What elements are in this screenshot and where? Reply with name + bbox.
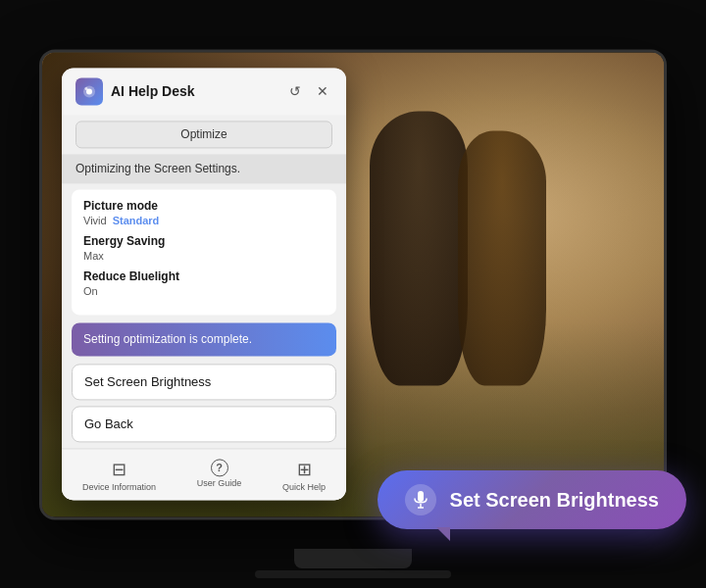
setting-label-picture: Picture mode xyxy=(83,199,325,213)
person-silhouette-right xyxy=(458,130,546,385)
status-bar: Optimizing the Screen Settings. xyxy=(62,154,346,183)
header-left: AI Help Desk xyxy=(76,77,195,105)
complete-banner: Setting optimization is complete. xyxy=(72,322,336,356)
setting-value-max: Max xyxy=(83,250,104,262)
setting-value-vivid: Vivid xyxy=(83,215,107,226)
setting-value-row-bluelight: On xyxy=(83,285,325,297)
setting-value-row-picture: Vivid Standard xyxy=(83,215,325,226)
go-back-button[interactable]: Go Back xyxy=(72,406,336,442)
voice-bubble: Set Screen Brightness xyxy=(378,470,686,529)
header-icons: ↺ ✕ xyxy=(285,81,332,101)
setting-value-standard: Standard xyxy=(113,215,160,226)
user-guide-icon: ? xyxy=(211,459,228,476)
ai-icon xyxy=(76,77,103,105)
optimize-button[interactable]: Optimize xyxy=(76,121,332,148)
tv-stand xyxy=(294,549,412,568)
setting-bluelight: Reduce Bluelight On xyxy=(83,270,325,297)
tv-frame: AI Help Desk ↺ ✕ Optimize Optimizing the… xyxy=(39,49,667,519)
svg-point-2 xyxy=(85,87,88,90)
footer-item-guide[interactable]: ? User Guide xyxy=(197,459,242,492)
set-brightness-button[interactable]: Set Screen Brightness xyxy=(72,364,336,400)
help-desk-panel: AI Help Desk ↺ ✕ Optimize Optimizing the… xyxy=(62,68,346,500)
setting-value-on: On xyxy=(83,285,98,297)
footer-item-help[interactable]: ⊞ Quick Help xyxy=(282,459,326,492)
svg-rect-3 xyxy=(418,491,424,502)
setting-value-row-energy: Max xyxy=(83,250,325,262)
panel-header: AI Help Desk ↺ ✕ xyxy=(62,68,346,115)
setting-energy-saving: Energy Saving Max xyxy=(83,234,325,262)
voice-bubble-text: Set Screen Brightness xyxy=(450,489,659,512)
panel-title: AI Help Desk xyxy=(111,83,195,99)
settings-box: Picture mode Vivid Standard Energy Savin… xyxy=(72,189,336,315)
footer-label-guide: User Guide xyxy=(197,478,242,488)
setting-label-energy: Energy Saving xyxy=(83,234,325,248)
setting-picture-mode: Picture mode Vivid Standard xyxy=(83,199,325,226)
footer-label-help: Quick Help xyxy=(282,482,326,492)
device-info-icon: ⊟ xyxy=(112,459,126,480)
person-silhouette-left xyxy=(370,111,468,385)
tv-stand-base xyxy=(255,570,451,578)
close-icon[interactable]: ✕ xyxy=(313,81,332,101)
footer-label-device: Device Information xyxy=(82,482,156,492)
panel-footer: ⊟ Device Information ? User Guide ⊞ Quic… xyxy=(62,448,346,500)
tv-screen: AI Help Desk ↺ ✕ Optimize Optimizing the… xyxy=(42,52,664,516)
footer-item-device[interactable]: ⊟ Device Information xyxy=(82,459,156,492)
setting-label-bluelight: Reduce Bluelight xyxy=(83,270,325,283)
mic-icon xyxy=(405,484,436,515)
quick-help-icon: ⊞ xyxy=(297,459,312,480)
reset-icon[interactable]: ↺ xyxy=(285,81,305,101)
